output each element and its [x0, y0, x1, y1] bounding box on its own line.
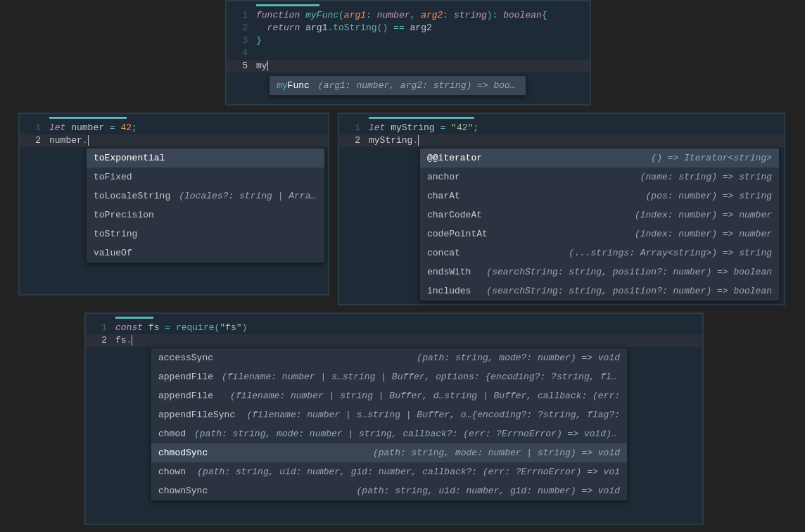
editor-panel-3: 1let myString = "42";2myString. @@iterat…	[338, 113, 785, 305]
autocomplete-label: toString	[94, 229, 137, 239]
code-line[interactable]: 4	[227, 47, 590, 60]
autocomplete-item[interactable]: appendFile(filename: number | string | B…	[151, 386, 627, 405]
code-content[interactable]: fs.	[115, 334, 132, 347]
autocomplete-label: anchor	[427, 172, 460, 182]
autocomplete-label: accessSync	[158, 353, 213, 363]
autocomplete-signature: (filename: number | string | Buffer, d…s…	[230, 391, 620, 401]
line-number: 4	[227, 47, 256, 60]
autocomplete-label: toLocaleString	[94, 191, 170, 201]
autocomplete-label: includes	[427, 286, 471, 296]
autocomplete-item[interactable]: accessSync(path: string, mode?: number) …	[151, 348, 627, 367]
autocomplete-item[interactable]: chmodSync(path: string, mode: number | s…	[151, 443, 627, 462]
autocomplete-item[interactable]: concat(...strings: Array<string>) => str…	[420, 243, 779, 262]
autocomplete-signature: (arg1: number, arg2: string) => boolean	[318, 80, 519, 91]
code-line[interactable]: 2 return arg1.toString() == arg2	[227, 22, 590, 34]
autocomplete-label: chmodSync	[158, 448, 208, 458]
autocomplete-item[interactable]: toString	[87, 224, 324, 243]
autocomplete-signature: (filename: number | s…string | Buffer, o…	[222, 372, 620, 382]
autocomplete-item[interactable]: toPrecision	[87, 205, 324, 224]
code-line[interactable]: 2fs.	[86, 334, 702, 347]
code-content[interactable]: let myString = "42";	[369, 122, 478, 134]
autocomplete-label: charCodeAt	[427, 210, 482, 220]
autocomplete-signature: (name: string) => string	[640, 172, 772, 182]
tab-marker	[115, 317, 153, 319]
autocomplete-item[interactable]: chown(path: string, uid: number, gid: nu…	[151, 462, 627, 481]
code-content[interactable]: }	[256, 34, 262, 47]
autocomplete-item[interactable]: endsWith(searchString: string, position?…	[420, 262, 779, 281]
autocomplete-item[interactable]: toExponential	[87, 148, 324, 167]
code-line[interactable]: 3}	[227, 34, 590, 47]
code-line[interactable]: 1let myString = "42";	[339, 122, 784, 134]
code-content[interactable]: let number = 42;	[49, 122, 137, 134]
autocomplete-signature: (locales?: string | Array<str…	[179, 191, 317, 201]
autocomplete-item[interactable]: valueOf	[87, 243, 324, 262]
autocomplete-signature: (index: number) => number	[635, 210, 772, 220]
autocomplete-item[interactable]: chownSync(path: string, uid: number, gid…	[151, 481, 627, 500]
code-content[interactable]: number.	[49, 134, 89, 147]
autocomplete-label: appendFile	[158, 391, 213, 401]
autocomplete-popup[interactable]: accessSync(path: string, mode?: number) …	[151, 348, 628, 501]
line-number: 1	[339, 122, 369, 134]
autocomplete-label: toFixed	[94, 172, 132, 182]
autocomplete-label: valueOf	[94, 248, 132, 258]
autocomplete-item[interactable]: appendFile(filename: number | s…string |…	[151, 367, 627, 386]
autocomplete-signature: (path: string, mode: number | string, ca…	[194, 429, 620, 439]
code-content[interactable]: myString.	[369, 134, 419, 147]
autocomplete-item[interactable]: toLocaleString(locales?: string | Array<…	[87, 186, 324, 205]
autocomplete-item[interactable]: @@iterator() => Iterator<string>	[420, 148, 779, 167]
autocomplete-label: codePointAt	[427, 229, 488, 239]
autocomplete-item[interactable]: charCodeAt(index: number) => number	[420, 205, 779, 224]
autocomplete-item[interactable]: anchor(name: string) => string	[420, 167, 779, 186]
line-number: 1	[227, 9, 256, 22]
tab-marker	[49, 117, 127, 119]
line-number: 2	[339, 134, 369, 147]
autocomplete-signature: (path: string, mode?: number) => void	[417, 353, 620, 363]
editor-panel-2: 1let number = 42;2number. toExponentialt…	[18, 113, 329, 296]
autocomplete-label: chownSync	[158, 486, 208, 496]
line-number: 2	[86, 334, 115, 347]
code-line[interactable]: 1function myFunc(arg1: number, arg2: str…	[227, 9, 590, 22]
code-line[interactable]: 1let number = 42;	[20, 122, 328, 134]
code-line[interactable]: 2myString.	[339, 134, 784, 147]
autocomplete-popup[interactable]: @@iterator() => Iterator<string>anchor(n…	[419, 148, 780, 301]
editor-panel-4: 1const fs = require("fs")2fs. accessSync…	[84, 312, 704, 525]
line-number: 5	[227, 60, 256, 72]
autocomplete-signature: (searchString: string, position?: number…	[486, 267, 772, 277]
autocomplete-label: appendFile	[158, 372, 213, 382]
autocomplete-label: myFunc	[277, 80, 310, 91]
code-content[interactable]: function myFunc(arg1: number, arg2: stri…	[256, 9, 547, 22]
autocomplete-popup[interactable]: myFunc(arg1: number, arg2: string) => bo…	[269, 75, 526, 96]
autocomplete-signature: (path: string, uid: number, gid: number,…	[197, 467, 620, 477]
code-content[interactable]: my	[256, 60, 268, 72]
autocomplete-signature: (path: string, uid: number, gid: number)…	[357, 486, 620, 496]
autocomplete-signature: () => Iterator<string>	[651, 153, 772, 163]
autocomplete-signature: (pos: number) => string	[646, 191, 772, 201]
line-number: 2	[227, 22, 256, 34]
autocomplete-item[interactable]: myFunc(arg1: number, arg2: string) => bo…	[270, 76, 526, 95]
line-number: 1	[20, 122, 49, 134]
autocomplete-item[interactable]: includes(searchString: string, position?…	[420, 281, 779, 300]
autocomplete-label: concat	[427, 248, 460, 258]
code-content[interactable]: const fs = require("fs")	[115, 322, 247, 334]
code-content[interactable]: return arg1.toString() == arg2	[256, 22, 432, 34]
code-line[interactable]: 1const fs = require("fs")	[86, 322, 702, 334]
line-number: 3	[227, 34, 256, 47]
autocomplete-item[interactable]: chmod(path: string, mode: number | strin…	[151, 424, 627, 443]
autocomplete-label: @@iterator	[427, 153, 482, 163]
autocomplete-signature: (searchString: string, position?: number…	[486, 286, 772, 296]
tab-marker	[256, 4, 319, 6]
autocomplete-item[interactable]: codePointAt(index: number) => number	[420, 224, 779, 243]
autocomplete-label: toExponential	[94, 153, 165, 163]
autocomplete-item[interactable]: toFixed	[87, 167, 324, 186]
autocomplete-signature: (filename: number | s…string | Buffer, o…	[247, 410, 621, 420]
autocomplete-label: appendFileSync	[158, 410, 235, 420]
autocomplete-label: chown	[158, 467, 186, 477]
line-number: 2	[20, 134, 49, 147]
autocomplete-label: endsWith	[427, 267, 471, 277]
autocomplete-item[interactable]: charAt(pos: number) => string	[420, 186, 779, 205]
code-line[interactable]: 2number.	[20, 134, 328, 147]
autocomplete-item[interactable]: appendFileSync(filename: number | s…stri…	[151, 405, 627, 424]
autocomplete-label: chmod	[158, 429, 186, 439]
autocomplete-popup[interactable]: toExponentialtoFixedtoLocaleString(local…	[86, 148, 325, 263]
code-line[interactable]: 5my	[227, 60, 590, 72]
